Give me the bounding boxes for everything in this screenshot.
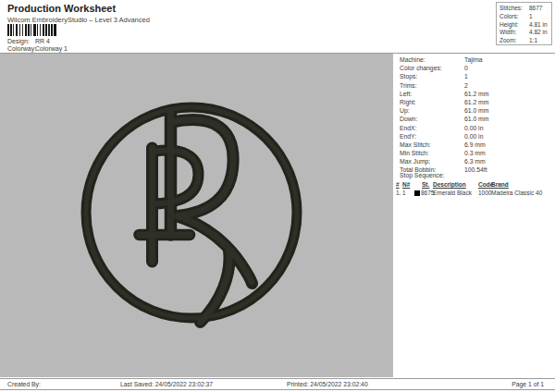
thread-color-swatch: [414, 190, 420, 196]
machine-info-list: Machine:Tajima Color changes:0 Stops:1 T…: [400, 55, 553, 175]
max-jump-row: Max Jump:6.3 mm: [400, 157, 553, 165]
col-num: #: [396, 181, 400, 188]
created-by-label: Created By:: [7, 381, 41, 387]
stat-stitches: Stitches:8677: [500, 5, 551, 13]
colorway-row: Colorway:Colorway 1: [7, 45, 68, 52]
design-value: RR 4: [35, 38, 50, 44]
stops-row: Stops:1: [400, 72, 553, 80]
rr-monogram-design: [0, 54, 393, 377]
table-row: 1. 1 8675 Emerald Black 1000 Madeira Cla…: [393, 190, 555, 197]
production-worksheet-page: Production Worksheet Wilcom EmbroiderySt…: [0, 0, 555, 392]
stop-sequence-title: Stop Sequence:: [400, 172, 444, 178]
trims-row: Trims:2: [400, 81, 553, 90]
worksheet-header: Production Worksheet Wilcom EmbroiderySt…: [0, 0, 555, 54]
stop-sequence-header: # N# St. Description Code Brand: [393, 181, 555, 189]
design-preview-canvas: [0, 54, 393, 377]
stat-height: Height:4.81 in: [500, 21, 551, 30]
col-description: Description: [433, 181, 466, 188]
last-saved-label: Last Saved: 24/05/2022 23:02:37: [120, 381, 213, 387]
design-barcode: [7, 24, 57, 36]
page-title: Production Worksheet: [7, 3, 116, 14]
design-label: Design:: [7, 38, 35, 44]
endx-row: EndX:0.00 in: [400, 124, 553, 132]
page-number: Page 1 of 1: [512, 381, 544, 387]
colorway-value: Colorway 1: [35, 45, 68, 52]
worksheet-footer: Created By: Last Saved: 24/05/2022 23:02…: [0, 378, 555, 390]
stat-zoom: Zoom:1:1: [500, 37, 551, 45]
machine-row: Machine:Tajima: [400, 55, 553, 64]
max-stitch-row: Max Stitch:6.9 mm: [400, 141, 553, 149]
design-stats-box: Stitches:8677 Colors:1 Height:4.81 in Wi…: [496, 2, 552, 45]
col-st: St.: [422, 181, 429, 188]
min-stitch-row: Min Stitch:0.3 mm: [400, 149, 553, 157]
col-n: N#: [402, 181, 410, 188]
left-row: Left:61.2 mm: [400, 90, 553, 98]
color-changes-row: Color changes:0: [400, 64, 553, 72]
col-brand: Brand: [491, 181, 509, 188]
machine-info-panel: Machine:Tajima Color changes:0 Stops:1 T…: [393, 54, 555, 377]
design-row: Design:RR 4: [7, 38, 50, 44]
down-row: Down:61.0 mm: [400, 115, 553, 123]
right-row: Right:61.2 mm: [400, 98, 553, 106]
stat-width: Width:4.82 in: [500, 29, 551, 37]
app-subtitle: Wilcom EmbroideryStudio – Level 3 Advanc…: [7, 16, 150, 24]
printed-label: Printed: 24/05/2022 23:02:40: [287, 381, 368, 387]
endy-row: EndY:0.00 in: [400, 132, 553, 141]
up-row: Up:61.0 mm: [400, 106, 553, 115]
colorway-label: Colorway:: [7, 45, 35, 52]
stat-colors: Colors:1: [500, 13, 551, 21]
